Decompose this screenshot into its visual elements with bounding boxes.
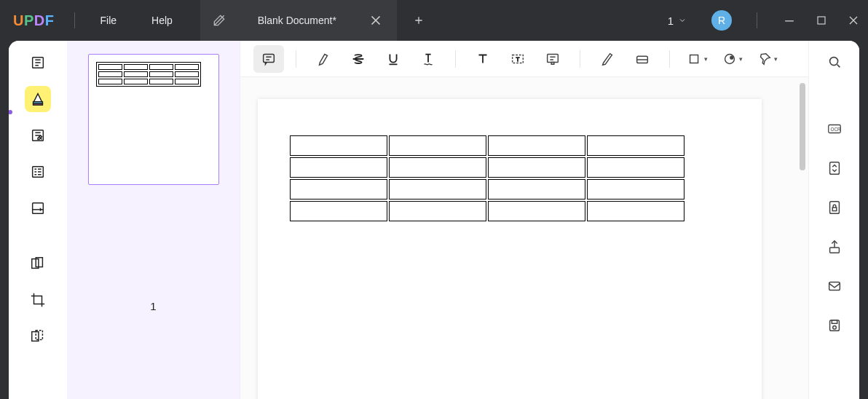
separator [455, 50, 456, 68]
separator [669, 50, 670, 68]
eraser-tool[interactable] [627, 45, 658, 73]
stamp-tool[interactable]: ▾ [717, 45, 747, 73]
chevron-down-icon: ▾ [704, 55, 708, 63]
close-window-button[interactable] [846, 13, 861, 28]
app-logo[interactable]: UPDF [13, 12, 54, 29]
edit-slash-icon [212, 13, 226, 28]
save-button[interactable] [824, 315, 845, 336]
left-sidebar [9, 41, 67, 399]
titlebar-left: UPDF File Help Blank Document* [0, 0, 430, 41]
table-cell[interactable] [587, 135, 684, 156]
new-tab-button[interactable] [407, 9, 430, 32]
textbox-tool[interactable] [502, 45, 533, 73]
edit-tool[interactable] [25, 122, 51, 149]
svg-rect-13 [548, 54, 559, 62]
table-cell[interactable] [389, 157, 486, 178]
tab-close-button[interactable] [368, 12, 384, 28]
table-row[interactable] [290, 135, 684, 156]
logo-letter: D [34, 12, 45, 28]
table-cell[interactable] [488, 157, 585, 178]
page-setup-tool[interactable] [25, 195, 51, 221]
squiggly-tool[interactable] [413, 45, 443, 73]
tab-title: Blank Document* [234, 15, 360, 26]
annotation-toolbar: ▾ ▾ ▾ [240, 41, 808, 77]
table-cell[interactable] [488, 201, 585, 221]
highlight-pen-tool[interactable] [308, 45, 339, 73]
divider [74, 12, 75, 28]
table-row[interactable] [290, 201, 684, 221]
strikethrough-tool[interactable] [343, 45, 374, 73]
user-avatar[interactable]: R [711, 10, 732, 31]
avatar-initial: R [718, 15, 725, 26]
right-sidebar: OCR [808, 41, 859, 399]
window-controls: 1 R [668, 0, 861, 41]
table-cell[interactable] [389, 201, 486, 221]
shape-tool[interactable]: ▾ [682, 45, 712, 73]
svg-rect-3 [33, 103, 43, 105]
svg-rect-0 [818, 17, 825, 24]
thumb-table-preview [96, 62, 201, 87]
table-cell[interactable] [587, 179, 684, 200]
compare-tool[interactable] [25, 250, 51, 277]
typewriter-tool[interactable] [537, 45, 568, 73]
app-shell: UPDF File Help Blank Document* 1 [0, 0, 868, 399]
menu-file[interactable]: File [82, 15, 134, 26]
ocr-button[interactable]: OCR [824, 118, 845, 140]
table-cell[interactable] [389, 135, 486, 156]
table-cell[interactable] [290, 179, 387, 200]
convert-button[interactable] [824, 157, 845, 179]
table-cell[interactable] [488, 135, 585, 156]
pencil-tool[interactable] [592, 45, 623, 73]
svg-rect-21 [829, 162, 839, 175]
workspace: 1 [9, 41, 859, 399]
page-thumbnail-1[interactable] [88, 54, 219, 185]
pin-tool[interactable]: ▾ [751, 45, 782, 73]
svg-rect-6 [33, 203, 44, 214]
open-doc-count[interactable]: 1 [668, 15, 687, 27]
table-row[interactable] [290, 157, 684, 178]
svg-rect-27 [832, 320, 837, 324]
document-canvas[interactable] [240, 77, 808, 399]
comment-tool[interactable] [253, 45, 284, 73]
scrollbar-thumb[interactable] [800, 83, 805, 170]
form-tool[interactable] [25, 159, 51, 185]
text-tool[interactable] [467, 45, 498, 73]
table-cell[interactable] [587, 201, 684, 221]
crop-tool[interactable] [25, 287, 51, 313]
svg-point-28 [832, 325, 836, 329]
redact-tool[interactable] [25, 323, 51, 349]
underline-tool[interactable] [378, 45, 409, 73]
mail-button[interactable] [824, 275, 845, 297]
search-button[interactable] [824, 51, 845, 73]
document-table[interactable] [288, 134, 686, 223]
share-button[interactable] [824, 236, 845, 258]
svg-rect-25 [829, 283, 840, 291]
document-tab[interactable]: Blank Document* [200, 0, 397, 41]
center-pane: ▾ ▾ ▾ [240, 41, 808, 399]
reader-tool[interactable] [25, 50, 51, 76]
active-indicator-dot [9, 110, 12, 114]
table-cell[interactable] [290, 201, 387, 221]
thumbnail-panel: 1 [67, 41, 240, 399]
table-cell[interactable] [389, 179, 486, 200]
table-cell[interactable] [488, 179, 585, 200]
table-cell[interactable] [290, 135, 387, 156]
vertical-scrollbar[interactable] [800, 83, 805, 393]
protect-button[interactable] [824, 197, 845, 218]
page-1[interactable] [258, 99, 762, 399]
highlighter-tool[interactable] [25, 86, 51, 112]
menu-help[interactable]: Help [134, 15, 190, 26]
doc-count-label: 1 [668, 15, 674, 27]
maximize-button[interactable] [814, 13, 829, 28]
svg-rect-11 [264, 54, 275, 62]
divider [757, 12, 757, 28]
svg-rect-15 [690, 55, 698, 63]
thumbnail-page-number: 1 [77, 300, 229, 312]
separator [296, 50, 296, 68]
titlebar: UPDF File Help Blank Document* 1 [0, 0, 868, 41]
minimize-button[interactable] [782, 13, 797, 28]
table-row[interactable] [290, 179, 684, 200]
svg-rect-24 [829, 248, 839, 253]
table-cell[interactable] [290, 157, 387, 178]
table-cell[interactable] [587, 157, 684, 178]
